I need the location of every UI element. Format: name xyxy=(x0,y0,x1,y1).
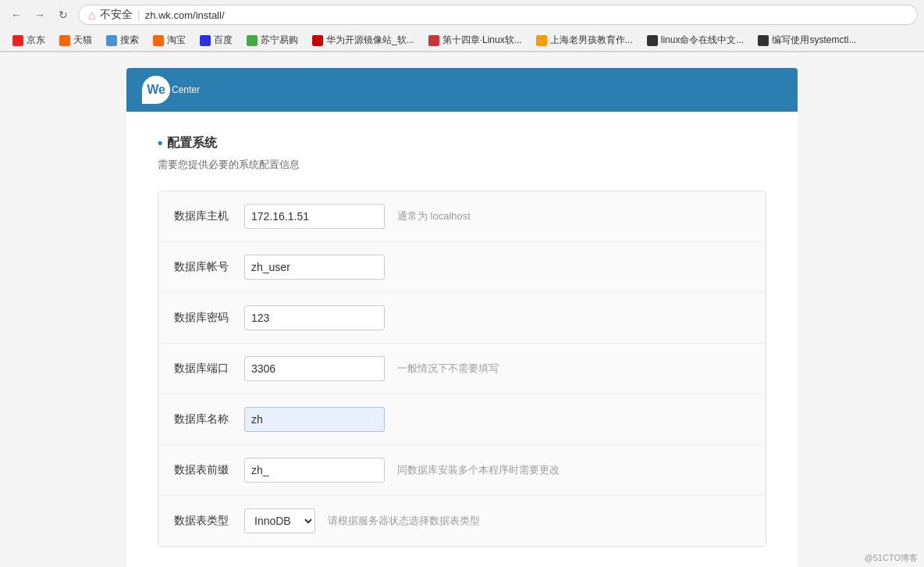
bookmark-label: 第十四章·Linux软... xyxy=(442,34,522,47)
input-db_host[interactable] xyxy=(244,204,385,229)
page-wrapper: We Center 配置系统 需要您提供必要的系统配置信息 数据库主机通常为 l… xyxy=(0,52,924,567)
form-container: 数据库主机通常为 localhost数据库帐号数据库密码数据库端口一般情况下不需… xyxy=(158,191,766,547)
browser-chrome: ← → ↻ △ 不安全 | zh.wk.com/install/ 京东天猫搜索淘… xyxy=(0,0,924,52)
bookmark-item[interactable]: 苏宁易购 xyxy=(240,32,304,48)
main-content: 配置系统 需要您提供必要的系统配置信息 数据库主机通常为 localhost数据… xyxy=(126,112,798,567)
url-text: zh.wk.com/install/ xyxy=(145,9,225,21)
bookmark-label: 天猫 xyxy=(73,34,92,47)
bookmark-item[interactable]: 百度 xyxy=(194,32,239,48)
bookmark-favicon xyxy=(312,35,323,46)
select-db-type[interactable]: InnoDBMyISAM xyxy=(244,508,315,533)
form-label-db_user: 数据库帐号 xyxy=(174,260,244,274)
bookmark-label: linux命令在线中文... xyxy=(661,34,745,47)
bookmark-item[interactable]: 华为开源镜像站_软... xyxy=(306,32,421,48)
form-label-db-type: 数据表类型 xyxy=(174,514,244,528)
section-title: 配置系统 xyxy=(158,135,766,152)
hint-db-type: 请根据服务器状态选择数据表类型 xyxy=(328,514,480,528)
form-row: 数据库名称 xyxy=(158,394,766,445)
bookmarks-bar: 京东天猫搜索淘宝百度苏宁易购华为开源镜像站_软...第十四章·Linux软...… xyxy=(0,30,924,52)
bookmark-item[interactable]: 编写使用systemctl... xyxy=(752,32,862,48)
bookmark-label: 搜索 xyxy=(120,34,139,47)
bookmark-item[interactable]: linux命令在线中文... xyxy=(641,32,751,48)
form-label-db_port: 数据库端口 xyxy=(174,362,244,376)
bookmark-label: 华为开源镜像站_软... xyxy=(326,34,414,47)
input-db_password[interactable] xyxy=(244,305,385,330)
bookmark-item[interactable]: 上海老男孩教育作... xyxy=(530,32,639,48)
form-label-db_host: 数据库主机 xyxy=(174,209,244,223)
logo-bubble: We xyxy=(142,76,170,104)
bookmark-favicon xyxy=(106,35,117,46)
bookmark-favicon xyxy=(12,35,23,46)
bookmark-item[interactable]: 京东 xyxy=(6,32,52,48)
logo-area: We Center xyxy=(142,76,782,104)
hint-db_port: 一般情况下不需要填写 xyxy=(397,362,499,376)
browser-nav-icons: ← → ↻ xyxy=(6,5,73,25)
hint-db_prefix: 同数据库安装多个本程序时需要更改 xyxy=(397,463,560,477)
bookmark-favicon xyxy=(153,35,164,46)
bookmark-item[interactable]: 淘宝 xyxy=(147,32,192,48)
logo-text: We xyxy=(147,83,165,97)
bookmark-favicon xyxy=(247,35,258,46)
bookmark-item[interactable]: 搜索 xyxy=(100,32,145,48)
form-label-db_password: 数据库密码 xyxy=(174,311,244,325)
bookmark-label: 上海老男孩教育作... xyxy=(550,34,633,47)
security-warning-icon: △ xyxy=(88,9,95,20)
form-label-db_prefix: 数据表前缀 xyxy=(174,463,244,477)
bookmark-favicon xyxy=(758,35,769,46)
bookmark-label: 百度 xyxy=(214,34,233,47)
form-row: 数据库密码 xyxy=(158,293,766,344)
form-row: 数据库帐号 xyxy=(158,242,766,293)
bookmark-label: 苏宁易购 xyxy=(261,34,298,47)
form-row: 数据表前缀同数据库安装多个本程序时需要更改 xyxy=(158,445,766,496)
form-row: 数据库端口一般情况下不需要填写 xyxy=(158,344,766,394)
security-label: 不安全 xyxy=(100,8,133,22)
bookmark-label: 京东 xyxy=(27,34,45,47)
site-header: We Center xyxy=(126,68,798,112)
form-label-db_name: 数据库名称 xyxy=(174,412,244,426)
bookmark-favicon xyxy=(536,35,547,46)
bookmark-item[interactable]: 第十四章·Linux软... xyxy=(422,32,528,48)
form-row-db-type: 数据表类型InnoDBMyISAM请根据服务器状态选择数据表类型 xyxy=(158,496,766,546)
logo-sub: Center xyxy=(172,85,200,94)
input-db_user[interactable] xyxy=(244,255,385,280)
input-db_port[interactable] xyxy=(244,356,385,381)
content-area: We Center 配置系统 需要您提供必要的系统配置信息 数据库主机通常为 l… xyxy=(126,68,798,567)
bookmark-favicon xyxy=(647,35,658,46)
bookmark-favicon xyxy=(200,35,211,46)
bookmark-item[interactable]: 天猫 xyxy=(53,32,98,48)
address-bar[interactable]: △ 不安全 | zh.wk.com/install/ xyxy=(78,5,918,25)
bookmark-label: 淘宝 xyxy=(167,34,186,47)
forward-button[interactable]: → xyxy=(30,5,50,25)
refresh-button[interactable]: ↻ xyxy=(53,5,73,25)
bookmark-favicon xyxy=(428,35,439,46)
section-desc: 需要您提供必要的系统配置信息 xyxy=(158,158,766,172)
input-db_name[interactable] xyxy=(244,407,385,432)
bookmark-favicon xyxy=(59,35,70,46)
input-db_prefix[interactable] xyxy=(244,458,385,483)
watermark: @51CTO博客 xyxy=(865,552,918,564)
hint-db_host: 通常为 localhost xyxy=(397,209,471,223)
form-row: 数据库主机通常为 localhost xyxy=(158,191,766,242)
back-button[interactable]: ← xyxy=(6,5,27,25)
bookmark-label: 编写使用systemctl... xyxy=(772,34,856,47)
browser-toolbar: ← → ↻ △ 不安全 | zh.wk.com/install/ xyxy=(0,0,924,30)
